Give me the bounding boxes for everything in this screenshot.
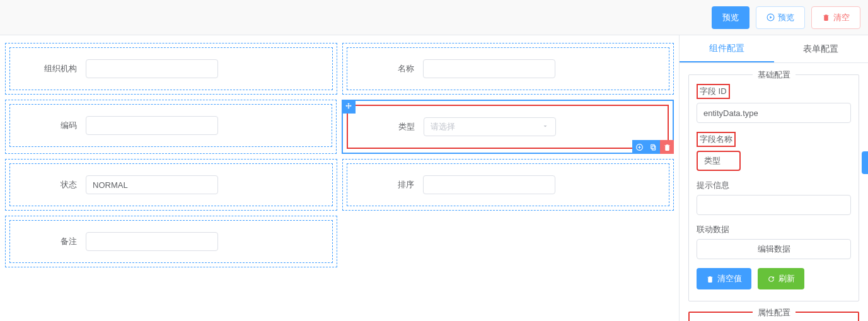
field-label: 排序 — [357, 179, 414, 190]
cell-inner: 排序 — [347, 163, 670, 206]
field-name-label: 字段名称 — [700, 134, 732, 145]
basic-config-section: 基础配置 字段 ID 字段名称 提示信息 联动数据 编辑 — [688, 74, 859, 301]
cell-actions — [632, 140, 674, 154]
field-label: 状态 — [20, 179, 77, 190]
play-icon — [767, 13, 775, 21]
cell-inner: 备注 — [9, 220, 333, 263]
text-input[interactable] — [430, 180, 548, 190]
field-id-label: 字段 ID — [700, 86, 727, 97]
edit-linkage-button[interactable]: 编辑数据 — [697, 239, 851, 259]
select-value: 请选择 — [431, 121, 455, 132]
remark-field-cell[interactable]: 备注 — [5, 216, 337, 267]
field-label: 编码 — [20, 120, 77, 131]
tab-component[interactable]: 组件配置 — [680, 35, 774, 62]
sort-field[interactable] — [423, 175, 555, 194]
plus-circle-icon — [635, 143, 644, 151]
type-field[interactable]: 请选择 — [424, 117, 556, 136]
org-field[interactable] — [86, 59, 218, 78]
name-field[interactable] — [423, 59, 555, 78]
svg-rect-2 — [652, 146, 655, 150]
remark-field[interactable] — [86, 232, 218, 251]
chevron-down-icon — [541, 122, 549, 132]
config-tabs: 组件配置 表单配置 — [680, 35, 868, 63]
code-field-cell[interactable]: 编码 — [5, 100, 337, 154]
copy-icon — [649, 143, 657, 151]
field-label: 备注 — [20, 236, 77, 247]
field-id-input[interactable] — [697, 103, 851, 123]
org-field-cell[interactable]: 组织机构 — [5, 43, 337, 95]
config-panel: 组件配置 表单配置 基础配置 字段 ID 字段名称 提示信息 — [679, 35, 868, 321]
type-field-cell[interactable]: 类型请选择 — [342, 100, 674, 154]
sort-field-cell[interactable]: 排序 — [342, 159, 674, 211]
tab-form[interactable]: 表单配置 — [774, 35, 869, 62]
text-input[interactable] — [93, 237, 211, 247]
trash-icon — [822, 13, 830, 21]
field-name-input[interactable] — [697, 151, 741, 171]
trash-icon — [706, 275, 714, 283]
move-icon — [344, 102, 353, 111]
section-title: 基础配置 — [753, 69, 796, 81]
tip-label: 提示信息 — [697, 180, 851, 191]
text-input[interactable] — [93, 180, 211, 190]
toolbar: 预览 预览 清空 — [0, 0, 868, 35]
tip-input[interactable] — [697, 195, 851, 215]
add-action[interactable] — [632, 140, 646, 154]
text-input[interactable] — [430, 64, 548, 74]
preview-button-solid[interactable]: 预览 — [712, 6, 749, 29]
status-field[interactable] — [86, 175, 218, 194]
cell-inner: 组织机构 — [9, 47, 333, 90]
cell-inner: 编码 — [9, 104, 332, 147]
side-drawer-handle[interactable] — [862, 151, 868, 174]
field-label: 名称 — [357, 63, 414, 74]
delete-action[interactable] — [660, 140, 674, 154]
cell-inner: 名称 — [347, 47, 670, 90]
clear-button[interactable]: 清空 — [811, 6, 860, 29]
preview-button-outline[interactable]: 预览 — [756, 6, 805, 29]
copy-action[interactable] — [646, 140, 660, 154]
status-field-cell[interactable]: 状态 — [5, 159, 337, 211]
cell-inner: 状态 — [9, 163, 333, 206]
code-field[interactable] — [86, 116, 218, 135]
section-title: 属性配置 — [753, 307, 796, 318]
text-input[interactable] — [93, 64, 211, 74]
field-label: 类型 — [358, 121, 415, 132]
move-handle[interactable] — [342, 100, 356, 114]
name-field-cell[interactable]: 名称 — [342, 43, 674, 95]
linkage-label: 联动数据 — [697, 224, 851, 235]
text-input[interactable] — [93, 121, 211, 131]
refresh-icon — [767, 275, 775, 283]
refresh-button[interactable]: 刷新 — [758, 268, 804, 289]
svg-rect-3 — [651, 144, 654, 149]
trash-icon — [663, 143, 671, 151]
attr-config-section: 属性配置 字典类型编码 — [688, 312, 859, 321]
clear-value-button[interactable]: 清空值 — [697, 268, 751, 289]
cell-inner: 类型请选择 — [347, 105, 669, 149]
field-label: 组织机构 — [20, 63, 77, 74]
form-canvas[interactable]: 组织机构名称编码类型请选择状态排序备注 — [0, 35, 679, 321]
